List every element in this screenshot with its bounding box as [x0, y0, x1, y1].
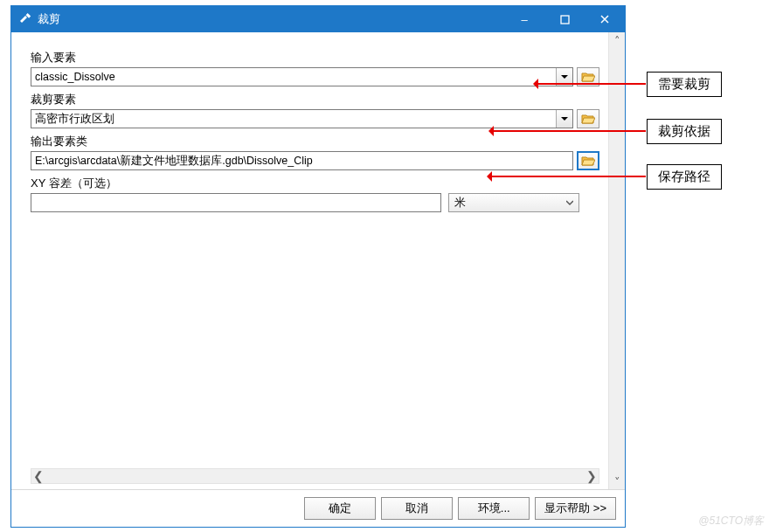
- annotation-arrow: [489, 130, 646, 132]
- folder-open-icon: [581, 113, 595, 125]
- scroll-right-icon: ❯: [586, 469, 597, 483]
- environments-button[interactable]: 环境...: [458, 497, 530, 520]
- chevron-down-icon: [561, 73, 568, 80]
- form-area: 输入要素 裁剪要素: [11, 32, 608, 489]
- output-features-input[interactable]: [31, 151, 573, 170]
- annotation-output-path: 保存路径: [647, 164, 722, 190]
- chevron-down-icon: [566, 199, 573, 206]
- ok-button[interactable]: 确定: [304, 497, 376, 520]
- clip-features-input[interactable]: [31, 109, 556, 128]
- hammer-icon: [18, 12, 32, 26]
- annotation-input-features: 需要裁剪: [647, 72, 722, 97]
- maximize-button[interactable]: [544, 6, 585, 32]
- titlebar[interactable]: 裁剪 –: [11, 6, 625, 32]
- vertical-scrollbar[interactable]: ˄ ˅: [608, 32, 625, 489]
- close-icon: [599, 14, 610, 24]
- watermark: @51CTO博客: [698, 514, 764, 529]
- scroll-up-icon: ˄: [609, 32, 625, 48]
- input-features-combo[interactable]: [31, 67, 573, 86]
- close-button[interactable]: [585, 6, 625, 32]
- minimize-button[interactable]: –: [504, 6, 544, 32]
- clip-features-browse-button[interactable]: [577, 109, 599, 128]
- clip-features-label: 裁剪要素: [31, 92, 599, 107]
- show-help-button[interactable]: 显示帮助 >>: [535, 497, 616, 520]
- svg-rect-1: [561, 16, 569, 24]
- window-title: 裁剪: [38, 11, 60, 27]
- output-features-label: 输出要素类: [31, 134, 599, 149]
- xy-tolerance-unit-combo[interactable]: 米: [448, 193, 579, 212]
- scroll-down-icon: ˅: [609, 473, 625, 489]
- button-bar: 确定 取消 环境... 显示帮助 >>: [11, 489, 625, 527]
- annotation-clip-features: 裁剪依据: [647, 119, 722, 144]
- scroll-left-icon: ❮: [33, 469, 44, 483]
- xy-tolerance-input[interactable]: [31, 193, 441, 212]
- annotation-arrow: [534, 83, 646, 85]
- input-features-input[interactable]: [31, 67, 556, 86]
- cancel-button[interactable]: 取消: [381, 497, 453, 520]
- folder-open-icon: [581, 155, 595, 167]
- xy-tolerance-label: XY 容差（可选）: [31, 176, 599, 191]
- chevron-down-icon: [561, 115, 568, 122]
- client-area: 输入要素 裁剪要素: [11, 32, 625, 489]
- clip-features-dropdown[interactable]: [556, 110, 572, 128]
- xy-tolerance-unit-value: 米: [454, 195, 466, 211]
- folder-open-icon: [581, 71, 595, 83]
- maximize-icon: [560, 15, 570, 24]
- input-features-label: 输入要素: [31, 50, 599, 66]
- annotation-arrow: [488, 176, 646, 177]
- horizontal-scrollbar[interactable]: ❮ ❯: [31, 468, 599, 484]
- output-features-browse-button[interactable]: [577, 151, 599, 170]
